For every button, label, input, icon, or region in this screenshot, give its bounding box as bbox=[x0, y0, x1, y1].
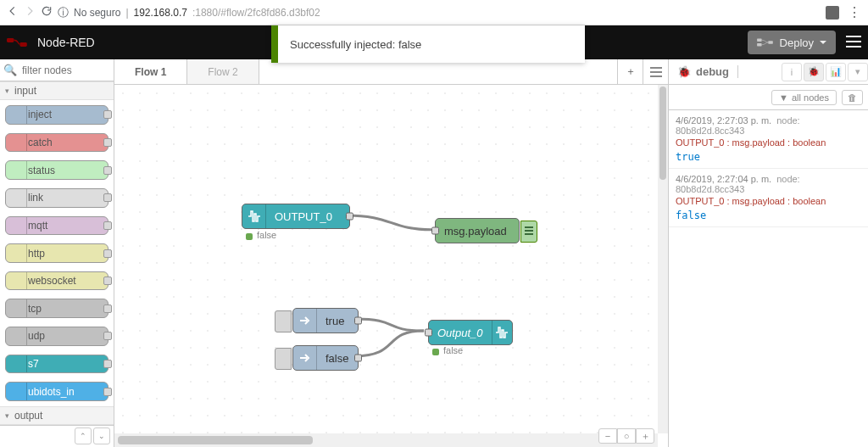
debug-message[interactable]: 4/6/2019, 2:27:03 p. m.node: 80b8d2d.8cc… bbox=[669, 110, 868, 169]
node-inject-true[interactable]: true bbox=[292, 308, 359, 333]
chevron-down-icon bbox=[819, 38, 827, 47]
deploy-label: Deploy bbox=[780, 36, 814, 49]
list-flows-button[interactable] bbox=[643, 59, 668, 84]
palette-node-label: link bbox=[28, 192, 43, 204]
palette-search-input[interactable] bbox=[20, 64, 110, 77]
inject-icon bbox=[293, 346, 317, 370]
debug-tab[interactable]: 🐞 debug bbox=[669, 65, 738, 78]
palette-node-ubidots_in[interactable]: ubidots_in bbox=[5, 382, 108, 401]
add-flow-button[interactable]: ＋ bbox=[617, 59, 643, 84]
canvas-horizontal-scrollbar[interactable] bbox=[114, 433, 658, 447]
canvas-vertical-scrollbar[interactable] bbox=[658, 85, 668, 433]
tab-label: Flow 2 bbox=[208, 66, 237, 78]
node-s7-out[interactable]: Output_0 bbox=[428, 320, 513, 345]
flow-canvas[interactable]: OUTPUT_0 false msg.payload true bbox=[114, 85, 668, 447]
node-debug[interactable]: msg.payload bbox=[435, 218, 520, 243]
palette-expand-button[interactable]: ⌄ bbox=[93, 427, 110, 444]
svg-rect-3 bbox=[757, 43, 762, 46]
insecure-label: No seguro bbox=[74, 7, 120, 19]
zoom-out-button[interactable]: − bbox=[598, 428, 617, 444]
node-inject-false[interactable]: false bbox=[292, 345, 359, 371]
flow-tabs: Flow 1 Flow 2 ＋ bbox=[114, 59, 668, 85]
debug-message[interactable]: 4/6/2019, 2:27:04 p. m.node: 80b8d2d.8cc… bbox=[669, 169, 868, 227]
palette-node-label: udp bbox=[28, 330, 45, 342]
palette-node-s7[interactable]: s7 bbox=[5, 355, 108, 374]
node-s7-in[interactable]: OUTPUT_0 bbox=[242, 204, 350, 229]
palette-section-input[interactable]: ▾ input bbox=[0, 81, 114, 100]
palette-node-label: catch bbox=[28, 137, 53, 148]
palette-node-tcp[interactable]: tcp bbox=[5, 299, 108, 318]
chrome-menu-icon[interactable]: ⋮ bbox=[848, 4, 861, 20]
info-tab[interactable]: i bbox=[782, 63, 802, 81]
debug-toggle-button[interactable] bbox=[520, 221, 537, 243]
flow-tab-1[interactable]: Flow 1 bbox=[114, 59, 187, 84]
address-bar[interactable]: ⓘ No seguro | 192.168.0.7:1880/#flow/2fc… bbox=[58, 5, 821, 20]
node-input-port[interactable] bbox=[431, 227, 439, 235]
url-rest: :1880/#flow/2fc8fd86.d3bf02 bbox=[192, 7, 320, 19]
bug-icon: 🐞 bbox=[677, 65, 691, 78]
reload-icon[interactable] bbox=[41, 5, 53, 20]
debug-icon-tab[interactable]: 🐞 bbox=[804, 63, 824, 81]
node-label: false bbox=[317, 352, 358, 365]
palette-node-link[interactable]: link bbox=[5, 188, 108, 208]
search-icon: 🔍 bbox=[3, 64, 17, 76]
url-host: 192.168.0.7 bbox=[134, 7, 187, 19]
debug-tab-label: debug bbox=[696, 65, 729, 78]
sidebar-menu[interactable]: ▾ bbox=[848, 63, 868, 81]
palette-section-label: input bbox=[14, 85, 36, 97]
palette-node-mqtt[interactable]: mqtt bbox=[5, 216, 108, 236]
debug-toolbar: ▼ all nodes 🗑 bbox=[669, 85, 868, 110]
palette-node-udp[interactable]: udp bbox=[5, 327, 108, 346]
palette-node-websocket[interactable]: websocket bbox=[5, 271, 108, 291]
zoom-controls: − ○ ＋ bbox=[598, 428, 654, 444]
clear-debug-button[interactable]: 🗑 bbox=[842, 90, 863, 105]
palette-node-http[interactable]: http bbox=[5, 243, 108, 263]
debug-payload: false bbox=[676, 210, 861, 221]
palette-node-catch[interactable]: catch bbox=[5, 133, 108, 153]
palette-node-label: websocket bbox=[28, 275, 76, 287]
palette-node-inject[interactable]: inject bbox=[5, 105, 108, 125]
list-icon bbox=[650, 67, 662, 77]
back-icon[interactable] bbox=[7, 5, 19, 20]
inject-trigger-button[interactable] bbox=[275, 348, 292, 370]
debug-time: 4/6/2019, 2:27:03 p. m. bbox=[676, 115, 771, 126]
app-brand: Node-RED bbox=[37, 36, 95, 49]
app-logo: Node-RED bbox=[7, 36, 95, 49]
trash-icon: 🗑 bbox=[848, 92, 857, 103]
palette-section-label: output bbox=[14, 410, 42, 422]
node-label: Output_0 bbox=[429, 327, 492, 339]
palette-node-label: http bbox=[28, 248, 45, 260]
debug-messages[interactable]: 4/6/2019, 2:27:03 p. m.node: 80b8d2d.8cc… bbox=[669, 110, 868, 447]
node-label: msg.payload bbox=[436, 225, 519, 237]
toast-text: Successfully injected: false bbox=[290, 38, 421, 51]
palette-collapse-button[interactable]: ⌃ bbox=[75, 427, 92, 444]
zoom-reset-button[interactable]: ○ bbox=[617, 428, 636, 444]
site-info-icon[interactable]: ⓘ bbox=[58, 5, 69, 20]
svg-rect-2 bbox=[757, 39, 762, 42]
status-dot bbox=[246, 233, 253, 240]
inject-toast: Successfully injected: false bbox=[271, 25, 585, 63]
filter-nodes-button[interactable]: ▼ all nodes bbox=[771, 90, 837, 105]
zoom-in-button[interactable]: ＋ bbox=[636, 428, 654, 444]
flow-tab-2[interactable]: Flow 2 bbox=[187, 59, 259, 84]
palette-section-output[interactable]: ▾ output bbox=[0, 406, 114, 425]
palette-footer: ⌃ ⌄ bbox=[0, 425, 114, 447]
extension-icon[interactable] bbox=[826, 6, 839, 20]
main-menu-button[interactable] bbox=[846, 36, 861, 50]
workspace-center: Flow 1 Flow 2 ＋ OUTPUT_0 f bbox=[114, 59, 669, 447]
chevron-down-icon: ▾ bbox=[5, 87, 9, 95]
inject-icon bbox=[293, 309, 317, 332]
palette-node-status[interactable]: status bbox=[5, 160, 108, 180]
svg-rect-0 bbox=[7, 38, 14, 42]
node-output-port[interactable] bbox=[354, 317, 362, 325]
debug-source: OUTPUT_0 : msg.payload : boolean bbox=[676, 137, 861, 148]
deploy-button[interactable]: Deploy bbox=[748, 31, 836, 54]
app-header: Node-RED Successfully injected: false De… bbox=[0, 25, 868, 59]
dashboard-tab[interactable]: 📊 bbox=[826, 63, 846, 81]
debug-time: 4/6/2019, 2:27:04 p. m. bbox=[676, 174, 771, 184]
node-output-port[interactable] bbox=[354, 355, 362, 362]
node-output-port[interactable] bbox=[346, 213, 353, 221]
node-input-port[interactable] bbox=[425, 329, 432, 337]
inject-trigger-button[interactable] bbox=[275, 310, 292, 332]
palette-search[interactable]: 🔍 bbox=[0, 59, 114, 81]
